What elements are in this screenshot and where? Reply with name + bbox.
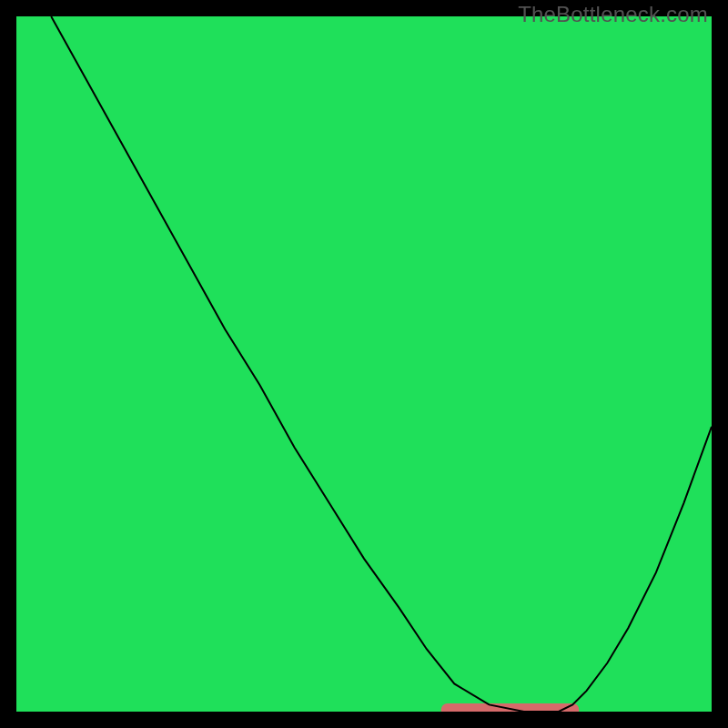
bottleneck-chart: [16, 16, 712, 712]
watermark-text: TheBottleneck.com: [518, 2, 708, 27]
chart-frame: [16, 16, 712, 712]
heatmap-background: [16, 16, 712, 712]
